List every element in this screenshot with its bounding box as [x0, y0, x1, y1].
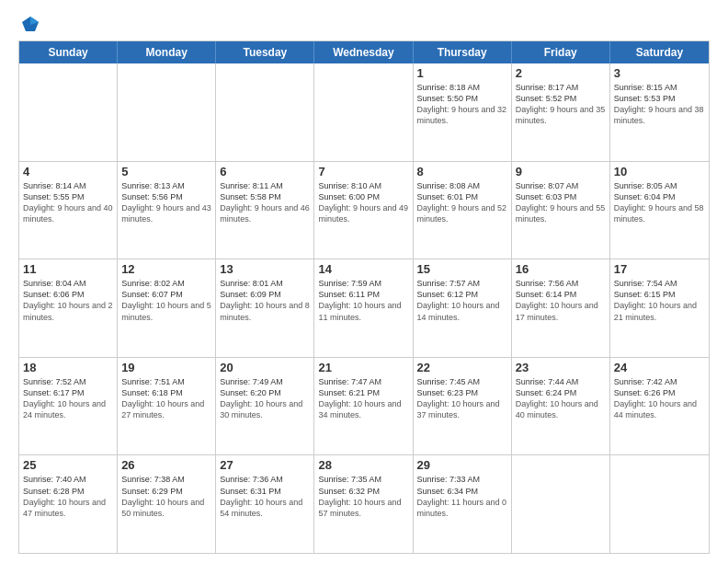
cell-sun-info: Sunrise: 8:18 AMSunset: 5:50 PMDaylight:…: [417, 82, 507, 127]
cell-date-number: 13: [220, 262, 310, 276]
cell-sun-info: Sunrise: 8:01 AMSunset: 6:09 PMDaylight:…: [220, 278, 310, 323]
calendar-cell: [216, 63, 314, 161]
cell-sun-info: Sunrise: 8:10 AMSunset: 6:00 PMDaylight:…: [318, 180, 408, 225]
cell-date-number: 23: [516, 361, 606, 374]
cell-date-number: 2: [516, 66, 606, 80]
calendar-cell: 12Sunrise: 8:02 AMSunset: 6:07 PMDayligh…: [118, 259, 216, 357]
cell-date-number: 9: [516, 165, 606, 178]
cell-sun-info: Sunrise: 7:44 AMSunset: 6:24 PMDaylight:…: [516, 376, 606, 421]
cell-sun-info: Sunrise: 7:51 AMSunset: 6:18 PMDaylight:…: [121, 376, 211, 421]
calendar-cell: 5Sunrise: 8:13 AMSunset: 5:56 PMDaylight…: [118, 162, 216, 259]
cell-date-number: 14: [318, 262, 408, 276]
cell-date-number: 6: [220, 165, 310, 178]
cell-sun-info: Sunrise: 7:45 AMSunset: 6:23 PMDaylight:…: [417, 376, 507, 421]
cell-date-number: 3: [614, 66, 705, 80]
cell-sun-info: Sunrise: 7:52 AMSunset: 6:17 PMDaylight:…: [23, 376, 113, 421]
calendar-cell: 29Sunrise: 7:33 AMSunset: 6:34 PMDayligh…: [414, 455, 512, 553]
cell-sun-info: Sunrise: 8:02 AMSunset: 6:07 PMDaylight:…: [121, 278, 211, 323]
calendar-cell: 2Sunrise: 8:17 AMSunset: 5:52 PMDaylight…: [512, 63, 610, 161]
weekday-header-saturday: Saturday: [610, 41, 709, 63]
cell-sun-info: Sunrise: 7:54 AMSunset: 6:15 PMDaylight:…: [614, 278, 705, 323]
calendar-row-1: 1Sunrise: 8:18 AMSunset: 5:50 PMDaylight…: [19, 63, 709, 162]
cell-sun-info: Sunrise: 7:49 AMSunset: 6:20 PMDaylight:…: [220, 376, 310, 421]
weekday-header-sunday: Sunday: [19, 41, 118, 63]
calendar-cell: [19, 63, 118, 161]
cell-sun-info: Sunrise: 7:59 AMSunset: 6:11 PMDaylight:…: [318, 278, 408, 323]
cell-date-number: 29: [417, 458, 507, 472]
weekday-header-tuesday: Tuesday: [216, 41, 314, 63]
cell-date-number: 10: [614, 165, 705, 178]
calendar-cell: 19Sunrise: 7:51 AMSunset: 6:18 PMDayligh…: [118, 358, 216, 455]
weekday-header-monday: Monday: [118, 41, 216, 63]
cell-sun-info: Sunrise: 7:35 AMSunset: 6:32 PMDaylight:…: [318, 474, 408, 519]
cell-date-number: 15: [417, 262, 507, 276]
cell-sun-info: Sunrise: 8:17 AMSunset: 5:52 PMDaylight:…: [516, 82, 606, 127]
cell-sun-info: Sunrise: 7:40 AMSunset: 6:28 PMDaylight:…: [23, 474, 113, 519]
weekday-header-thursday: Thursday: [414, 41, 512, 63]
calendar-cell: 16Sunrise: 7:56 AMSunset: 6:14 PMDayligh…: [512, 259, 610, 357]
calendar-cell: 28Sunrise: 7:35 AMSunset: 6:32 PMDayligh…: [314, 455, 413, 553]
calendar-cell: 25Sunrise: 7:40 AMSunset: 6:28 PMDayligh…: [19, 455, 118, 553]
calendar-body: 1Sunrise: 8:18 AMSunset: 5:50 PMDaylight…: [19, 63, 709, 553]
cell-date-number: 25: [23, 458, 113, 472]
cell-date-number: 19: [121, 361, 211, 374]
cell-date-number: 5: [121, 165, 211, 178]
calendar-cell: 21Sunrise: 7:47 AMSunset: 6:21 PMDayligh…: [314, 358, 413, 455]
calendar-header: SundayMondayTuesdayWednesdayThursdayFrid…: [19, 41, 709, 63]
calendar-cell: 27Sunrise: 7:36 AMSunset: 6:31 PMDayligh…: [216, 455, 314, 553]
calendar-cell: [512, 455, 610, 553]
cell-date-number: 28: [318, 458, 408, 472]
header: [18, 15, 710, 31]
calendar-row-2: 4Sunrise: 8:14 AMSunset: 5:55 PMDaylight…: [19, 162, 709, 260]
cell-sun-info: Sunrise: 8:14 AMSunset: 5:55 PMDaylight:…: [23, 180, 113, 225]
calendar-cell: [314, 63, 413, 161]
calendar-cell: 7Sunrise: 8:10 AMSunset: 6:00 PMDaylight…: [314, 162, 413, 259]
weekday-header-friday: Friday: [512, 41, 610, 63]
cell-sun-info: Sunrise: 7:33 AMSunset: 6:34 PMDaylight:…: [417, 474, 507, 519]
cell-date-number: 11: [23, 262, 113, 276]
calendar: SundayMondayTuesdayWednesdayThursdayFrid…: [18, 40, 710, 554]
cell-sun-info: Sunrise: 8:15 AMSunset: 5:53 PMDaylight:…: [614, 82, 705, 127]
cell-date-number: 16: [516, 262, 606, 276]
cell-date-number: 26: [121, 458, 211, 472]
cell-sun-info: Sunrise: 7:36 AMSunset: 6:31 PMDaylight:…: [220, 474, 310, 519]
calendar-cell: 8Sunrise: 8:08 AMSunset: 6:01 PMDaylight…: [414, 162, 512, 259]
calendar-cell: 20Sunrise: 7:49 AMSunset: 6:20 PMDayligh…: [216, 358, 314, 455]
cell-sun-info: Sunrise: 7:47 AMSunset: 6:21 PMDaylight:…: [318, 376, 408, 421]
logo: [18, 15, 40, 31]
calendar-cell: 1Sunrise: 8:18 AMSunset: 5:50 PMDaylight…: [414, 63, 512, 161]
calendar-cell: 13Sunrise: 8:01 AMSunset: 6:09 PMDayligh…: [216, 259, 314, 357]
page: SundayMondayTuesdayWednesdayThursdayFrid…: [0, 0, 728, 563]
cell-date-number: 12: [121, 262, 211, 276]
calendar-row-4: 18Sunrise: 7:52 AMSunset: 6:17 PMDayligh…: [19, 358, 709, 456]
cell-date-number: 27: [220, 458, 310, 472]
calendar-cell: 23Sunrise: 7:44 AMSunset: 6:24 PMDayligh…: [512, 358, 610, 455]
calendar-cell: 6Sunrise: 8:11 AMSunset: 5:58 PMDaylight…: [216, 162, 314, 259]
calendar-cell: 18Sunrise: 7:52 AMSunset: 6:17 PMDayligh…: [19, 358, 118, 455]
cell-sun-info: Sunrise: 8:07 AMSunset: 6:03 PMDaylight:…: [516, 180, 606, 225]
calendar-cell: 9Sunrise: 8:07 AMSunset: 6:03 PMDaylight…: [512, 162, 610, 259]
cell-date-number: 24: [614, 361, 705, 374]
cell-sun-info: Sunrise: 8:04 AMSunset: 6:06 PMDaylight:…: [23, 278, 113, 323]
calendar-cell: 24Sunrise: 7:42 AMSunset: 6:26 PMDayligh…: [610, 358, 709, 455]
calendar-cell: 3Sunrise: 8:15 AMSunset: 5:53 PMDaylight…: [610, 63, 709, 161]
cell-date-number: 17: [614, 262, 705, 276]
calendar-cell: 17Sunrise: 7:54 AMSunset: 6:15 PMDayligh…: [610, 259, 709, 357]
calendar-cell: 22Sunrise: 7:45 AMSunset: 6:23 PMDayligh…: [414, 358, 512, 455]
cell-sun-info: Sunrise: 7:57 AMSunset: 6:12 PMDaylight:…: [417, 278, 507, 323]
calendar-cell: 26Sunrise: 7:38 AMSunset: 6:29 PMDayligh…: [118, 455, 216, 553]
logo-flag-icon: [20, 15, 40, 35]
cell-sun-info: Sunrise: 8:08 AMSunset: 6:01 PMDaylight:…: [417, 180, 507, 225]
cell-sun-info: Sunrise: 7:56 AMSunset: 6:14 PMDaylight:…: [516, 278, 606, 323]
cell-date-number: 18: [23, 361, 113, 374]
cell-date-number: 7: [318, 165, 408, 178]
calendar-cell: 10Sunrise: 8:05 AMSunset: 6:04 PMDayligh…: [610, 162, 709, 259]
cell-sun-info: Sunrise: 8:05 AMSunset: 6:04 PMDaylight:…: [614, 180, 705, 225]
calendar-cell: 14Sunrise: 7:59 AMSunset: 6:11 PMDayligh…: [314, 259, 413, 357]
calendar-cell: 15Sunrise: 7:57 AMSunset: 6:12 PMDayligh…: [414, 259, 512, 357]
calendar-row-3: 11Sunrise: 8:04 AMSunset: 6:06 PMDayligh…: [19, 259, 709, 358]
calendar-cell: [610, 455, 709, 553]
cell-date-number: 21: [318, 361, 408, 374]
calendar-row-5: 25Sunrise: 7:40 AMSunset: 6:28 PMDayligh…: [19, 455, 709, 553]
calendar-cell: 4Sunrise: 8:14 AMSunset: 5:55 PMDaylight…: [19, 162, 118, 259]
